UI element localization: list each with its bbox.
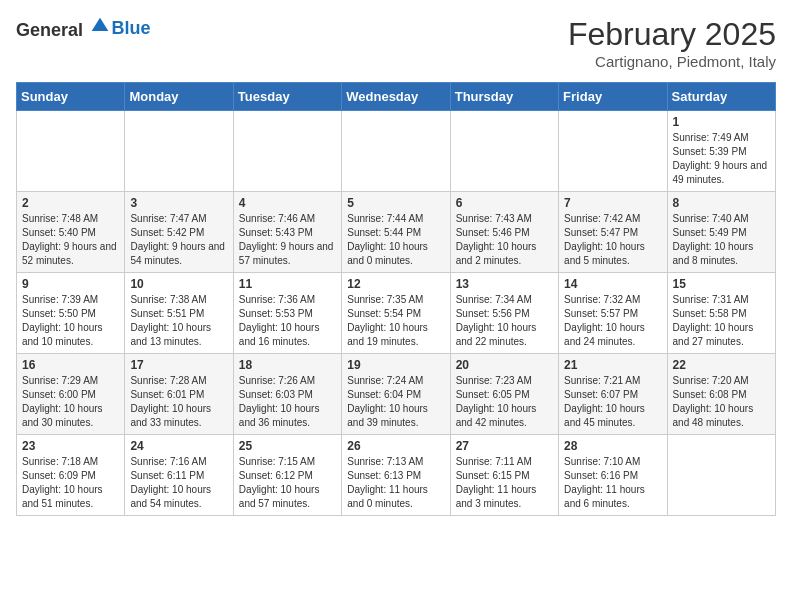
day-info: Sunrise: 7:31 AM Sunset: 5:58 PM Dayligh… bbox=[673, 293, 770, 349]
day-number: 13 bbox=[456, 277, 553, 291]
day-info: Sunrise: 7:32 AM Sunset: 5:57 PM Dayligh… bbox=[564, 293, 661, 349]
day-info: Sunrise: 7:49 AM Sunset: 5:39 PM Dayligh… bbox=[673, 131, 770, 187]
calendar-cell bbox=[233, 111, 341, 192]
day-number: 18 bbox=[239, 358, 336, 372]
weekday-header-tuesday: Tuesday bbox=[233, 83, 341, 111]
day-number: 17 bbox=[130, 358, 227, 372]
calendar-cell: 24Sunrise: 7:16 AM Sunset: 6:11 PM Dayli… bbox=[125, 435, 233, 516]
day-info: Sunrise: 7:35 AM Sunset: 5:54 PM Dayligh… bbox=[347, 293, 444, 349]
calendar: SundayMondayTuesdayWednesdayThursdayFrid… bbox=[16, 82, 776, 516]
day-number: 7 bbox=[564, 196, 661, 210]
day-number: 10 bbox=[130, 277, 227, 291]
day-info: Sunrise: 7:18 AM Sunset: 6:09 PM Dayligh… bbox=[22, 455, 119, 511]
day-number: 20 bbox=[456, 358, 553, 372]
calendar-cell: 2Sunrise: 7:48 AM Sunset: 5:40 PM Daylig… bbox=[17, 192, 125, 273]
weekday-header-thursday: Thursday bbox=[450, 83, 558, 111]
day-info: Sunrise: 7:48 AM Sunset: 5:40 PM Dayligh… bbox=[22, 212, 119, 268]
weekday-header-row: SundayMondayTuesdayWednesdayThursdayFrid… bbox=[17, 83, 776, 111]
day-info: Sunrise: 7:21 AM Sunset: 6:07 PM Dayligh… bbox=[564, 374, 661, 430]
day-number: 19 bbox=[347, 358, 444, 372]
day-number: 24 bbox=[130, 439, 227, 453]
day-info: Sunrise: 7:28 AM Sunset: 6:01 PM Dayligh… bbox=[130, 374, 227, 430]
day-info: Sunrise: 7:29 AM Sunset: 6:00 PM Dayligh… bbox=[22, 374, 119, 430]
day-number: 14 bbox=[564, 277, 661, 291]
month-title: February 2025 bbox=[568, 16, 776, 53]
calendar-cell: 5Sunrise: 7:44 AM Sunset: 5:44 PM Daylig… bbox=[342, 192, 450, 273]
day-info: Sunrise: 7:38 AM Sunset: 5:51 PM Dayligh… bbox=[130, 293, 227, 349]
calendar-cell: 14Sunrise: 7:32 AM Sunset: 5:57 PM Dayli… bbox=[559, 273, 667, 354]
calendar-cell: 9Sunrise: 7:39 AM Sunset: 5:50 PM Daylig… bbox=[17, 273, 125, 354]
day-info: Sunrise: 7:36 AM Sunset: 5:53 PM Dayligh… bbox=[239, 293, 336, 349]
day-number: 9 bbox=[22, 277, 119, 291]
day-number: 23 bbox=[22, 439, 119, 453]
header: General Blue February 2025 Cartignano, P… bbox=[16, 16, 776, 70]
weekday-header-monday: Monday bbox=[125, 83, 233, 111]
day-number: 28 bbox=[564, 439, 661, 453]
calendar-cell bbox=[342, 111, 450, 192]
day-info: Sunrise: 7:47 AM Sunset: 5:42 PM Dayligh… bbox=[130, 212, 227, 268]
logo: General Blue bbox=[16, 16, 151, 41]
day-info: Sunrise: 7:20 AM Sunset: 6:08 PM Dayligh… bbox=[673, 374, 770, 430]
calendar-cell: 20Sunrise: 7:23 AM Sunset: 6:05 PM Dayli… bbox=[450, 354, 558, 435]
day-info: Sunrise: 7:11 AM Sunset: 6:15 PM Dayligh… bbox=[456, 455, 553, 511]
calendar-cell: 19Sunrise: 7:24 AM Sunset: 6:04 PM Dayli… bbox=[342, 354, 450, 435]
calendar-cell bbox=[559, 111, 667, 192]
calendar-cell: 21Sunrise: 7:21 AM Sunset: 6:07 PM Dayli… bbox=[559, 354, 667, 435]
day-info: Sunrise: 7:24 AM Sunset: 6:04 PM Dayligh… bbox=[347, 374, 444, 430]
calendar-cell: 15Sunrise: 7:31 AM Sunset: 5:58 PM Dayli… bbox=[667, 273, 775, 354]
day-number: 2 bbox=[22, 196, 119, 210]
calendar-cell: 16Sunrise: 7:29 AM Sunset: 6:00 PM Dayli… bbox=[17, 354, 125, 435]
day-info: Sunrise: 7:34 AM Sunset: 5:56 PM Dayligh… bbox=[456, 293, 553, 349]
week-row-3: 9Sunrise: 7:39 AM Sunset: 5:50 PM Daylig… bbox=[17, 273, 776, 354]
day-number: 5 bbox=[347, 196, 444, 210]
day-info: Sunrise: 7:43 AM Sunset: 5:46 PM Dayligh… bbox=[456, 212, 553, 268]
day-info: Sunrise: 7:39 AM Sunset: 5:50 PM Dayligh… bbox=[22, 293, 119, 349]
week-row-1: 1Sunrise: 7:49 AM Sunset: 5:39 PM Daylig… bbox=[17, 111, 776, 192]
day-number: 4 bbox=[239, 196, 336, 210]
day-number: 3 bbox=[130, 196, 227, 210]
day-number: 27 bbox=[456, 439, 553, 453]
calendar-cell: 27Sunrise: 7:11 AM Sunset: 6:15 PM Dayli… bbox=[450, 435, 558, 516]
weekday-header-wednesday: Wednesday bbox=[342, 83, 450, 111]
day-info: Sunrise: 7:26 AM Sunset: 6:03 PM Dayligh… bbox=[239, 374, 336, 430]
weekday-header-sunday: Sunday bbox=[17, 83, 125, 111]
day-number: 8 bbox=[673, 196, 770, 210]
calendar-cell: 25Sunrise: 7:15 AM Sunset: 6:12 PM Dayli… bbox=[233, 435, 341, 516]
day-number: 26 bbox=[347, 439, 444, 453]
week-row-4: 16Sunrise: 7:29 AM Sunset: 6:00 PM Dayli… bbox=[17, 354, 776, 435]
calendar-cell: 13Sunrise: 7:34 AM Sunset: 5:56 PM Dayli… bbox=[450, 273, 558, 354]
calendar-cell: 4Sunrise: 7:46 AM Sunset: 5:43 PM Daylig… bbox=[233, 192, 341, 273]
calendar-cell bbox=[17, 111, 125, 192]
day-number: 25 bbox=[239, 439, 336, 453]
day-number: 11 bbox=[239, 277, 336, 291]
day-info: Sunrise: 7:16 AM Sunset: 6:11 PM Dayligh… bbox=[130, 455, 227, 511]
calendar-cell: 8Sunrise: 7:40 AM Sunset: 5:49 PM Daylig… bbox=[667, 192, 775, 273]
calendar-cell bbox=[667, 435, 775, 516]
day-info: Sunrise: 7:15 AM Sunset: 6:12 PM Dayligh… bbox=[239, 455, 336, 511]
weekday-header-saturday: Saturday bbox=[667, 83, 775, 111]
title-area: February 2025 Cartignano, Piedmont, Ital… bbox=[568, 16, 776, 70]
calendar-cell: 18Sunrise: 7:26 AM Sunset: 6:03 PM Dayli… bbox=[233, 354, 341, 435]
week-row-5: 23Sunrise: 7:18 AM Sunset: 6:09 PM Dayli… bbox=[17, 435, 776, 516]
day-number: 16 bbox=[22, 358, 119, 372]
day-number: 12 bbox=[347, 277, 444, 291]
day-info: Sunrise: 7:40 AM Sunset: 5:49 PM Dayligh… bbox=[673, 212, 770, 268]
calendar-cell: 7Sunrise: 7:42 AM Sunset: 5:47 PM Daylig… bbox=[559, 192, 667, 273]
weekday-header-friday: Friday bbox=[559, 83, 667, 111]
calendar-cell bbox=[125, 111, 233, 192]
logo-general-text: General bbox=[16, 20, 83, 40]
day-number: 1 bbox=[673, 115, 770, 129]
calendar-cell: 10Sunrise: 7:38 AM Sunset: 5:51 PM Dayli… bbox=[125, 273, 233, 354]
calendar-cell: 6Sunrise: 7:43 AM Sunset: 5:46 PM Daylig… bbox=[450, 192, 558, 273]
calendar-cell: 3Sunrise: 7:47 AM Sunset: 5:42 PM Daylig… bbox=[125, 192, 233, 273]
day-info: Sunrise: 7:13 AM Sunset: 6:13 PM Dayligh… bbox=[347, 455, 444, 511]
calendar-cell: 22Sunrise: 7:20 AM Sunset: 6:08 PM Dayli… bbox=[667, 354, 775, 435]
svg-marker-0 bbox=[91, 18, 108, 31]
day-info: Sunrise: 7:42 AM Sunset: 5:47 PM Dayligh… bbox=[564, 212, 661, 268]
day-number: 22 bbox=[673, 358, 770, 372]
logo-blue-text: Blue bbox=[112, 18, 151, 38]
day-number: 21 bbox=[564, 358, 661, 372]
calendar-cell: 23Sunrise: 7:18 AM Sunset: 6:09 PM Dayli… bbox=[17, 435, 125, 516]
calendar-cell: 12Sunrise: 7:35 AM Sunset: 5:54 PM Dayli… bbox=[342, 273, 450, 354]
calendar-cell: 11Sunrise: 7:36 AM Sunset: 5:53 PM Dayli… bbox=[233, 273, 341, 354]
